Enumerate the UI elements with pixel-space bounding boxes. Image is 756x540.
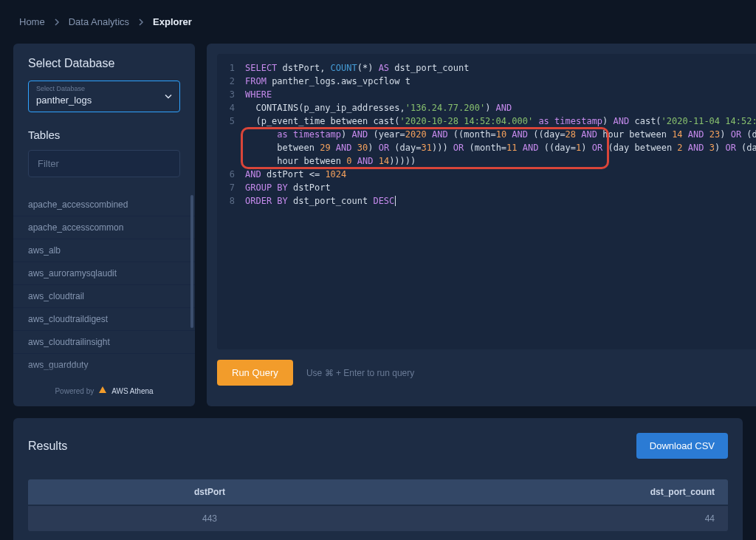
run-hint: Use ⌘ + Enter to run query: [306, 368, 414, 378]
results-col-2: dst_port_count: [378, 487, 715, 497]
code-line: 1SELECT dstPort, COUNT(*) AS dst_port_co…: [217, 61, 756, 75]
breadcrumb-item[interactable]: Data Analytics: [69, 16, 129, 27]
athena-label: AWS Athena: [111, 387, 153, 395]
results-panel: Results Download CSV dstPort dst_port_co…: [13, 418, 743, 540]
code-line: 3WHERE: [217, 88, 756, 101]
select-database-heading: Select Database: [28, 57, 180, 70]
code-line: 6AND dstPort <= 1024: [217, 168, 756, 181]
breadcrumb-item[interactable]: Explorer: [153, 16, 192, 27]
query-panel: 1SELECT dstPort, COUNT(*) AS dst_port_co…: [207, 44, 756, 406]
tables-list: apache_accesscombinedapache_accesscommon…: [13, 194, 195, 375]
table-item[interactable]: apache_accesscombined: [13, 194, 195, 216]
code-line: 7GROUP BY dstPort: [217, 181, 756, 194]
results-header-row: dstPort dst_port_count: [28, 479, 728, 505]
code-line: 2FROM panther_logs.aws_vpcflow t: [217, 75, 756, 88]
table-item[interactable]: aws_cloudtrailinsight: [13, 331, 195, 354]
database-select[interactable]: Select Database panther_logs: [28, 81, 180, 112]
powered-by-label: Powered by: [55, 387, 94, 395]
database-select-label: Select Database: [36, 86, 172, 92]
sidebar: Select Database Select Database panther_…: [13, 44, 195, 406]
results-col-1: dstPort: [41, 487, 378, 497]
code-line: hour between 0 AND 14))))): [217, 154, 756, 168]
table-item[interactable]: aws_cloudtrail: [13, 285, 195, 308]
download-csv-button[interactable]: Download CSV: [636, 433, 728, 459]
tables-scrollbar[interactable]: [190, 195, 193, 328]
breadcrumb-item[interactable]: Home: [19, 16, 45, 27]
athena-icon: [98, 386, 107, 396]
breadcrumb: HomeData AnalyticsExplorer: [13, 0, 743, 44]
results-table: dstPort dst_port_count 44344: [28, 479, 728, 531]
tables-heading: Tables: [28, 129, 180, 141]
table-item[interactable]: aws_cloudtraildigest: [13, 308, 195, 331]
table-item[interactable]: aws_auroramysqlaudit: [13, 262, 195, 285]
code-line: 4 CONTAINS(p_any_ip_addresses,'136.24.77…: [217, 101, 756, 115]
sql-editor[interactable]: 1SELECT dstPort, COUNT(*) AS dst_port_co…: [217, 54, 756, 349]
chevron-right-icon: [54, 18, 60, 26]
cell: 44: [378, 513, 715, 524]
code-line: 5 (p_event_time between cast('2020-10-28…: [217, 115, 756, 128]
cell: 443: [41, 513, 378, 524]
results-heading: Results: [28, 440, 67, 453]
code-line: 8ORDER BY dst_port_count DESC: [217, 194, 756, 208]
table-item[interactable]: aws_guardduty: [13, 354, 195, 375]
database-select-value: panther_logs: [36, 95, 172, 106]
table-row: 44344: [28, 506, 728, 531]
tables-filter-input[interactable]: [28, 150, 180, 177]
code-line: as timestamp) AND (year=2020 AND ((month…: [217, 128, 756, 141]
powered-by: Powered by AWS Athena: [28, 375, 180, 396]
chevron-right-icon: [138, 18, 144, 26]
run-query-button[interactable]: Run Query: [217, 360, 293, 386]
code-line: between 29 AND 30) OR (day=31))) OR (mon…: [217, 141, 756, 154]
table-item[interactable]: aws_alb: [13, 239, 195, 262]
chevron-down-icon: [165, 91, 172, 102]
table-item[interactable]: apache_accesscommon: [13, 216, 195, 239]
